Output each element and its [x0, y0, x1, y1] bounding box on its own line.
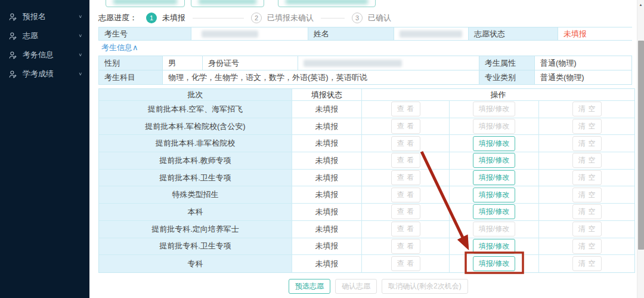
status-cell: 未填报: [292, 238, 362, 256]
view-button: 查看: [391, 256, 420, 271]
preselect-volunteer-button[interactable]: 预选志愿: [289, 279, 330, 294]
operation-cell: 查看: [362, 186, 450, 204]
major-category-label: 专业类别: [479, 70, 535, 84]
status-cell: 未填报: [292, 152, 362, 170]
view-button: 查看: [391, 239, 420, 254]
scrollbar-up-icon[interactable]: ▲: [637, 0, 644, 7]
operation-cell: 查看: [362, 221, 450, 238]
operation-cell: 填报/修改: [450, 238, 539, 256]
batch-cell: 提前批本科.军检院校(含公安): [99, 118, 292, 136]
operation-cell: 填报/修改: [450, 221, 539, 238]
fill-modify-button[interactable]: 填报/修改: [473, 170, 515, 185]
operation-cell: 清空: [539, 101, 634, 118]
fill-modify-button[interactable]: 填报/修改: [473, 204, 515, 219]
clear-button: 清空: [572, 153, 602, 168]
clear-button: 清空: [572, 204, 602, 219]
progress-steps: 1未填报2已填报未确认3已确认: [141, 13, 391, 23]
user-edit-icon: [8, 51, 17, 60]
sidebar-item-4[interactable]: 学考成绩∨: [0, 64, 89, 84]
status-cell: 未填报: [292, 255, 362, 272]
scrollbar[interactable]: ▲: [637, 0, 644, 298]
top-action-button-2[interactable]: [191, 0, 264, 7]
clear-button: 清空: [572, 170, 602, 185]
operation-cell: 查看: [362, 135, 450, 152]
view-button: 查看: [391, 204, 420, 219]
fill-modify-button: 填报/修改: [473, 102, 515, 116]
candidate-info-link-label: 考生信息: [101, 43, 132, 52]
operation-cell: 清空: [539, 135, 634, 152]
exam-no-value: [191, 27, 308, 40]
status-cell: 未填报: [292, 186, 362, 204]
exam-no-label: 考生号: [99, 27, 191, 40]
confirm-volunteer-button: 确认志愿: [335, 279, 377, 294]
batch-table-body: 提前批本科.空军、海军招飞未填报查看填报/修改清空提前批本科.军检院校(含公安)…: [99, 101, 634, 272]
header-batch: 批次: [99, 89, 292, 101]
redacted-value: [202, 30, 258, 38]
sidebar-item-3[interactable]: 考务信息∨: [0, 45, 89, 64]
top-action-button-1[interactable]: [106, 0, 185, 7]
batch-cell: 提前批专科.定向培养军士: [99, 221, 292, 238]
batch-table-header: 批次 填报状态 操作: [99, 89, 634, 101]
fill-modify-button[interactable]: 填报/修改: [473, 136, 515, 151]
step-connector: [321, 18, 345, 19]
candidate-info-link[interactable]: 考生信息∧: [101, 42, 138, 53]
operation-cell: 清空: [539, 186, 634, 204]
candidate-summary-table: 考生号 姓名 志愿状态 未填报: [98, 27, 632, 41]
redacted-value: [400, 30, 462, 38]
top-action-button-3[interactable]: [278, 0, 376, 7]
footer-action-bar: 预选志愿确认志愿取消确认(剩余2次机会): [289, 279, 468, 294]
view-button: 查看: [391, 222, 420, 236]
user-edit-icon: [8, 70, 17, 79]
gender-label: 性别: [99, 56, 163, 70]
fill-modify-button[interactable]: 填报/修改: [473, 256, 515, 271]
step-label: 已填报未确认: [267, 13, 314, 23]
chevron-down-icon: ∨: [78, 53, 82, 57]
operation-cell: 查看: [362, 152, 450, 170]
fill-modify-button[interactable]: 填报/修改: [473, 239, 515, 254]
status-cell: 未填报: [292, 135, 362, 152]
clear-button: 清空: [572, 256, 602, 271]
subjects-label: 考生科目: [99, 70, 163, 84]
operation-cell: 填报/修改: [450, 204, 539, 221]
redacted-value: [304, 60, 402, 67]
user-edit-icon: [8, 13, 17, 21]
progress-label: 志愿进度：: [98, 13, 137, 23]
sidebar-item-2[interactable]: 志愿∨: [0, 26, 89, 45]
sidebar-item-1[interactable]: 预报名∨: [0, 7, 89, 26]
status-cell: 未填报: [292, 204, 362, 221]
step-circle: 3: [352, 13, 363, 23]
progress-bar: 志愿进度： 1未填报2已填报未确认3已确认: [98, 12, 391, 24]
header-status: 填报状态: [292, 89, 362, 101]
operation-cell: 清空: [539, 221, 634, 238]
status-cell: 未填报: [292, 118, 362, 136]
fill-modify-button[interactable]: 填报/修改: [473, 188, 515, 202]
step-circle: 2: [251, 13, 262, 23]
status-cell: 未填报: [292, 170, 362, 187]
operation-cell: 填报/修改: [450, 186, 539, 204]
operation-cell: 查看: [362, 101, 450, 118]
id-number-label: 身份证号: [203, 56, 298, 70]
batch-table: 批次 填报状态 操作 提前批本科.空军、海军招飞未填报查看填报/修改清空提前批本…: [98, 88, 635, 273]
status-cell: 未填报: [292, 221, 362, 238]
operation-cell: 填报/修改: [450, 135, 539, 152]
candidate-attribute-label: 考生属性: [479, 56, 535, 70]
scrollbar-thumb[interactable]: [638, 41, 644, 250]
sidebar-item-label: 学考成绩: [23, 69, 78, 79]
operation-cell: 查看: [362, 255, 450, 272]
clear-button: 清空: [572, 119, 602, 134]
gender-value: 男: [163, 56, 203, 70]
operation-cell: 清空: [539, 204, 634, 221]
user-edit-icon: [8, 32, 17, 41]
major-category-value: 普通类(物理): [535, 70, 631, 84]
clear-button: 清空: [572, 222, 602, 236]
sidebar-menu: 预报名∨志愿∨考务信息∨学考成绩∨: [0, 7, 89, 84]
fill-modify-button[interactable]: 填报/修改: [473, 153, 515, 168]
volunteer-filling-page: 预报名∨志愿∨考务信息∨学考成绩∨ 志愿进度： 1未填报2已填报未确认3已确认 …: [0, 0, 644, 298]
view-button: 查看: [391, 136, 420, 151]
operation-cell: 填报/修改: [450, 152, 539, 170]
batch-cell: 提前批本科.教师专项: [99, 152, 292, 170]
chevron-down-icon: ∨: [78, 14, 82, 19]
operation-cell: 填报/修改: [450, 170, 539, 187]
clear-button: 清空: [572, 239, 602, 254]
operation-cell: 清空: [539, 170, 634, 187]
